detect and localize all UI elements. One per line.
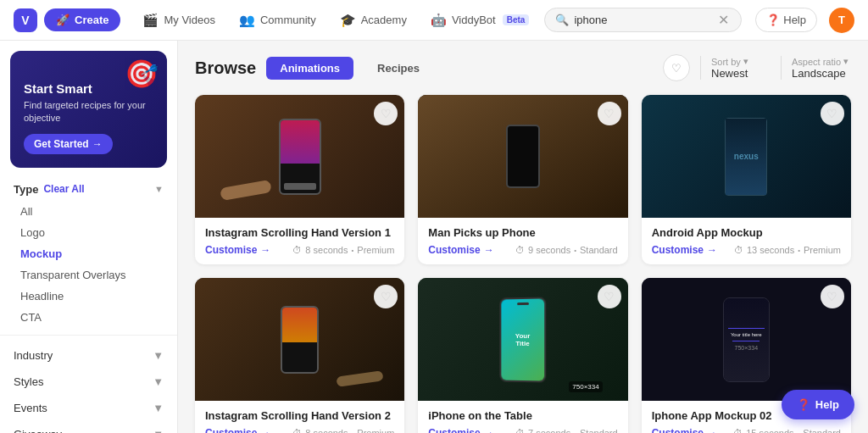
customise-button[interactable]: Customise → <box>205 427 270 433</box>
chevron-down-icon: ▼ <box>153 349 164 362</box>
card-info: iPhone on the Table Customise → ⏱ 7 seco… <box>418 401 627 433</box>
customise-button[interactable]: Customise → <box>428 244 493 256</box>
type-item-transparent[interactable]: Transparent Overlays <box>14 264 164 286</box>
chevron-down-icon: ▾ <box>843 56 849 67</box>
aspect-value: Landscape <box>792 67 851 80</box>
type-item-headline[interactable]: Headline <box>14 286 164 307</box>
card-actions: Customise → ⏱ 15 seconds • Standard <box>652 427 841 433</box>
card-info: Android App Mockup Customise → ⏱ 13 seco… <box>642 218 851 264</box>
page-title: Browse <box>195 58 256 78</box>
sort-label: Sort by ▾ <box>711 56 771 67</box>
video-thumbnail: nexus ♡ <box>642 95 851 218</box>
card-title: iPhone on the Table <box>428 409 617 422</box>
events-section[interactable]: Events ▼ <box>0 395 177 421</box>
viddybot-nav[interactable]: 🤖 ViddyBot Beta <box>422 8 537 33</box>
card-title: Man Picks up Phone <box>428 226 617 239</box>
type-item-logo[interactable]: Logo <box>14 222 164 243</box>
card-meta: ⏱ 8 seconds • Premium <box>292 428 394 433</box>
arrow-right-icon: → <box>707 244 717 256</box>
styles-section[interactable]: Styles ▼ <box>0 369 177 395</box>
type-item-cta[interactable]: CTA <box>14 307 164 328</box>
tab-animations[interactable]: Animations <box>266 57 353 80</box>
favorites-filter-button[interactable]: ♡ <box>663 54 690 81</box>
academy-icon: 🎓 <box>340 13 356 28</box>
card-meta: ⏱ 9 seconds • Standard <box>515 245 618 255</box>
industry-section[interactable]: Industry ▼ <box>0 342 177 369</box>
card-heart-button[interactable]: ♡ <box>821 285 844 308</box>
video-card: YourTitle 750×334 ♡ iPhone on the Table … <box>418 278 627 433</box>
chevron-down-icon: ▼ <box>153 402 164 414</box>
clear-all-button[interactable]: Clear All <box>43 183 84 195</box>
aspect-label: Aspect ratio ▾ <box>792 56 851 67</box>
card-meta: ⏱ 13 seconds • Premium <box>734 245 841 255</box>
search-icon: 🔍 <box>555 14 569 26</box>
card-actions: Customise → ⏱ 8 seconds • Premium <box>205 244 394 256</box>
beta-badge: Beta <box>503 14 530 25</box>
clock-icon: ⏱ <box>292 428 302 433</box>
promo-description: Find targeted recipes for your objective <box>24 99 153 125</box>
help-circle-icon: ❓ <box>766 14 780 26</box>
chevron-down-icon: ▼ <box>154 184 164 194</box>
card-actions: Customise → ⏱ 9 seconds • Standard <box>428 244 617 256</box>
giveaway-section[interactable]: Giveaway ▼ <box>0 421 177 433</box>
user-avatar[interactable]: T <box>829 8 854 33</box>
video-card: ♡ Instagram Scrolling Hand Version 1 Cus… <box>195 95 404 264</box>
heart-icon: ♡ <box>671 62 682 75</box>
clock-icon: ⏱ <box>734 245 743 255</box>
arrow-right-icon: → <box>484 244 494 256</box>
card-actions: Customise → ⏱ 8 seconds • Premium <box>205 427 394 433</box>
customise-button[interactable]: Customise → <box>428 427 493 433</box>
type-filter-list: All Logo Mockup Transparent Overlays Hea… <box>0 201 177 328</box>
card-meta: ⏱ 8 seconds • Premium <box>292 245 394 255</box>
academy-nav[interactable]: 🎓 Academy <box>331 8 415 33</box>
create-button[interactable]: 🚀 Create <box>44 8 120 31</box>
logo-button[interactable]: V <box>14 8 37 32</box>
aspect-ratio-control[interactable]: Aspect ratio ▾ Landscape <box>792 56 851 80</box>
card-heart-button[interactable]: ♡ <box>598 285 621 308</box>
arrow-right-icon: → <box>260 244 270 256</box>
arrow-right-icon: → <box>92 138 103 150</box>
tab-recipes[interactable]: Recipes <box>364 57 433 80</box>
video-thumbnail: ♡ <box>418 95 627 218</box>
card-title: Instagram Scrolling Hand Version 2 <box>205 409 394 422</box>
promo-card: 🎯 Start Smart Find targeted recipes for … <box>10 51 167 168</box>
chevron-down-icon: ▾ <box>743 56 748 67</box>
arrow-right-icon: → <box>260 427 270 433</box>
clock-icon: ⏱ <box>292 245 302 255</box>
help-floating-button[interactable]: ❓ Help <box>782 390 854 419</box>
card-heart-button[interactable]: ♡ <box>598 102 621 125</box>
card-actions: Customise → ⏱ 13 seconds • Premium <box>652 244 841 256</box>
video-thumbnail: ♡ <box>195 278 404 401</box>
sort-control[interactable]: Sort by ▾ Newest <box>711 56 771 80</box>
search-container[interactable]: 🔍 ✕ <box>544 8 742 32</box>
clock-icon: ⏱ <box>515 428 525 433</box>
help-circle-icon: ❓ <box>797 398 810 411</box>
search-clear-icon[interactable]: ✕ <box>716 12 731 28</box>
card-heart-button[interactable]: ♡ <box>821 102 844 125</box>
help-nav-button[interactable]: ❓ Help <box>755 8 817 32</box>
card-info: Man Picks up Phone Customise → ⏱ 9 secon… <box>418 218 627 264</box>
divider <box>700 56 701 80</box>
customise-button[interactable]: Customise → <box>205 244 270 256</box>
community-icon: 👥 <box>239 13 255 28</box>
main-layout: 🎯 Start Smart Find targeted recipes for … <box>0 41 868 433</box>
community-nav[interactable]: 👥 Community <box>231 8 325 33</box>
my-videos-nav[interactable]: 🎬 My Videos <box>134 8 223 33</box>
video-card: ♡ Man Picks up Phone Customise → ⏱ 9 sec… <box>418 95 627 264</box>
customise-button[interactable]: Customise → <box>652 244 717 256</box>
promo-cta-button[interactable]: Get Started → <box>24 134 113 154</box>
type-filter-header[interactable]: Type Clear All ▼ <box>0 178 177 201</box>
content-area: Browse Animations Recipes ♡ Sort by ▾ Ne… <box>178 41 868 433</box>
chevron-down-icon: ▼ <box>153 375 164 388</box>
search-input[interactable] <box>574 8 716 31</box>
top-navigation: V 🚀 Create 🎬 My Videos 👥 Community 🎓 Aca… <box>0 0 868 41</box>
content-controls: ♡ Sort by ▾ Newest Aspect ratio ▾ <box>663 54 851 81</box>
card-title: Android App Mockup <box>652 226 841 239</box>
type-item-mockup[interactable]: Mockup <box>14 243 164 264</box>
video-card: ♡ Instagram Scrolling Hand Version 2 Cus… <box>195 278 404 433</box>
customise-button[interactable]: Customise → <box>652 427 717 433</box>
video-thumbnail: YourTitle 750×334 ♡ <box>418 278 627 401</box>
promo-art: 🎯 <box>125 58 159 90</box>
video-thumbnail: Your title here 750×334 ♡ <box>642 278 851 401</box>
type-item-all[interactable]: All <box>14 201 164 222</box>
